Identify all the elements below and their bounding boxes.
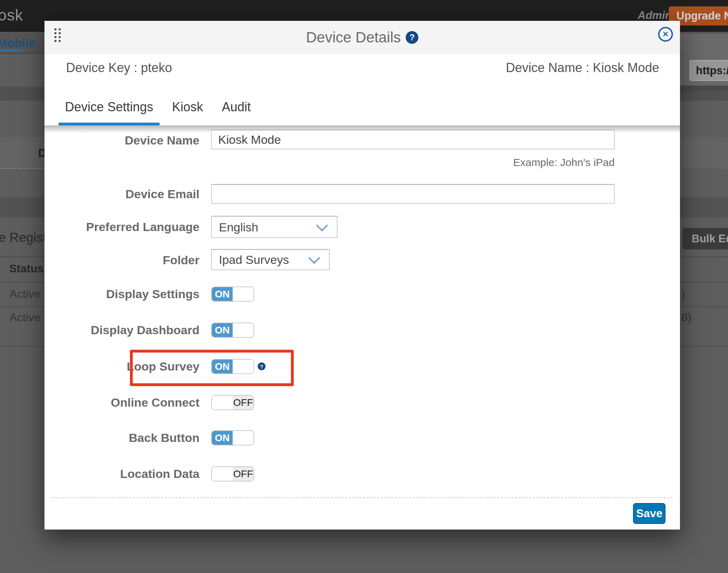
display-settings-label: Display Settings	[44, 288, 199, 300]
status-column-header: Status	[9, 262, 44, 275]
toggle-track	[233, 431, 253, 445]
app-logo-fragment: osk	[0, 6, 23, 24]
save-button[interactable]: Save	[633, 503, 666, 524]
background-band	[680, 85, 728, 91]
table-row-count-fragment: 8)	[681, 311, 691, 324]
device-email-input[interactable]	[211, 184, 615, 204]
toggle-state: ON	[212, 323, 233, 337]
chevron-down-icon	[308, 252, 320, 264]
device-key-text: Device Key : pteko	[66, 60, 172, 75]
background-url-panel: https://	[680, 34, 728, 85]
display-dashboard-toggle[interactable]: ON	[211, 323, 254, 338]
tab-kiosk[interactable]: Kiosk	[166, 99, 209, 118]
admin-menu[interactable]: Admin	[638, 9, 672, 22]
preferred-language-select[interactable]: English	[211, 216, 338, 238]
modal-tabs: Device Settings Kiosk Audit	[44, 87, 680, 125]
tab-label: Device Settings	[65, 100, 153, 114]
location-data-toggle[interactable]: OFF	[211, 466, 254, 482]
device-email-label: Device Email	[44, 188, 199, 200]
toggle-state: OFF	[233, 467, 253, 481]
device-name-input[interactable]	[211, 130, 615, 149]
folder-label: Folder	[44, 254, 199, 266]
tab-mobile-active-underline	[0, 49, 23, 52]
tab-device-settings[interactable]: Device Settings	[59, 99, 160, 118]
toggle-state: ON	[212, 360, 233, 373]
tab-label: Audit	[222, 100, 251, 114]
back-button-toggle[interactable]: ON	[211, 430, 254, 445]
registrations-heading-fragment: e Registr	[0, 230, 51, 245]
table-row-status: Active	[10, 311, 40, 324]
loop-survey-toggle[interactable]: ON	[211, 359, 254, 374]
toggle-track	[233, 287, 253, 301]
device-details-modal: Device Details ? ✕ Device Key : pteko De…	[44, 21, 680, 530]
device-name-hint: Example: John's iPad	[513, 156, 615, 169]
toggle-state: ON	[212, 287, 233, 301]
folder-value: Ipad Surveys	[219, 253, 289, 267]
toggle-track	[212, 467, 233, 481]
chevron-down-icon	[316, 219, 328, 231]
help-icon[interactable]: ?	[406, 31, 418, 44]
footer-dashed-divider	[52, 497, 673, 498]
drag-handle-icon[interactable]	[54, 28, 61, 42]
folder-select[interactable]: Ipad Surveys	[211, 249, 330, 270]
loop-survey-label: Loop Survey	[44, 360, 199, 372]
tab-audit[interactable]: Audit	[215, 99, 257, 118]
device-key-row: Device Key : pteko Device Name : Kiosk M…	[44, 54, 680, 87]
online-connect-toggle[interactable]: OFF	[211, 395, 254, 410]
toggle-state: OFF	[233, 396, 253, 409]
bulk-edit-button[interactable]: Bulk Edit	[682, 228, 728, 249]
toggle-state: ON	[212, 431, 233, 445]
tab-mobile[interactable]: Mobile	[0, 36, 35, 50]
preferred-language-value: English	[219, 220, 258, 234]
toggle-track	[233, 360, 253, 373]
url-field[interactable]: https://	[690, 60, 728, 81]
background-dashed-divider	[0, 168, 44, 169]
device-name-text: Device Name : Kiosk Mode	[506, 60, 659, 75]
toggle-track	[233, 323, 253, 337]
toggle-track	[212, 396, 233, 409]
device-name-label: Device Name	[44, 134, 199, 146]
online-connect-label: Online Connect	[44, 396, 199, 408]
back-button-label: Back Button	[44, 432, 199, 444]
tab-label: Kiosk	[172, 100, 203, 114]
display-settings-toggle[interactable]: ON	[211, 286, 254, 302]
table-row-status: Active	[10, 288, 40, 301]
location-data-label: Location Data	[44, 468, 199, 480]
modal-title: Device Details	[306, 29, 401, 46]
loop-survey-help-icon[interactable]: ?	[258, 362, 265, 370]
close-icon[interactable]: ✕	[658, 27, 673, 42]
preferred-language-label: Preferred Language	[44, 221, 199, 233]
table-row-count-fragment: )	[681, 288, 685, 301]
modal-header: Device Details ? ✕	[44, 21, 680, 54]
active-tab-underline	[59, 123, 160, 125]
display-dashboard-label: Display Dashboard	[44, 324, 199, 336]
